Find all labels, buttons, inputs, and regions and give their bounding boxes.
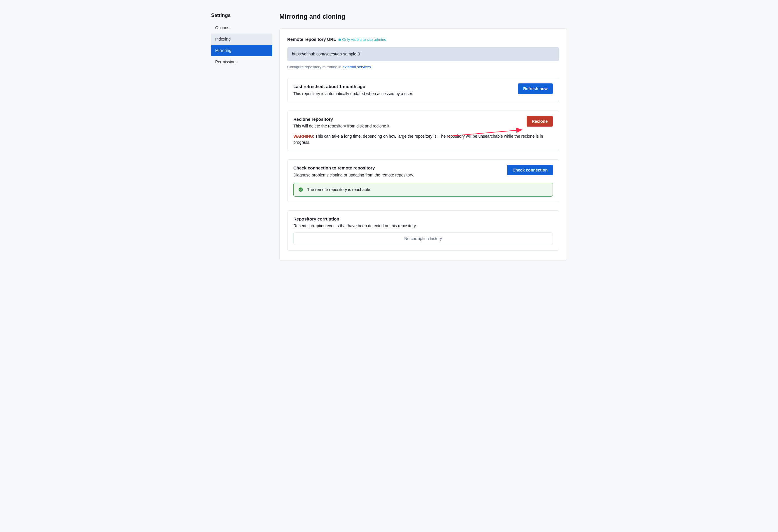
- config-hint: Configure repository mirroring in extern…: [287, 64, 559, 70]
- connection-success-text: The remote repository is reachable.: [307, 187, 371, 193]
- connection-success-alert: The remote repository is reachable.: [293, 183, 553, 197]
- reclone-warning: WARNING: This can take a long time, depe…: [293, 133, 553, 146]
- reclone-button[interactable]: Reclone: [527, 116, 553, 127]
- corruption-card: Repository corruption Recent corruption …: [287, 210, 559, 251]
- check-connection-card: Check connection to remote repository Di…: [287, 159, 559, 202]
- admin-only-badge: Only visible to site admins: [338, 37, 386, 43]
- warning-text: : This can take a long time, depending o…: [293, 134, 543, 145]
- corruption-title: Repository corruption: [293, 216, 553, 223]
- lock-icon: [338, 37, 341, 41]
- config-hint-suffix: .: [371, 65, 372, 69]
- refresh-now-button[interactable]: Refresh now: [518, 83, 553, 94]
- main-content: Mirroring and cloning Remote repository …: [279, 12, 567, 261]
- check-circle-icon: [298, 187, 303, 192]
- page-title: Mirroring and cloning: [279, 12, 567, 21]
- sidebar-item-indexing[interactable]: Indexing: [211, 33, 273, 45]
- check-title: Check connection to remote repository: [293, 165, 501, 171]
- remote-url-section: Remote repository URL Only visible to si…: [287, 36, 559, 70]
- admin-only-text: Only visible to site admins: [342, 37, 386, 43]
- sidebar-item-options[interactable]: Options: [211, 22, 273, 33]
- check-connection-button[interactable]: Check connection: [507, 165, 553, 175]
- reclone-title: Reclone repository: [293, 116, 521, 123]
- check-desc: Diagnose problems cloning or updating fr…: [293, 172, 501, 178]
- sidebar-item-permissions[interactable]: Permissions: [211, 56, 273, 68]
- mirroring-panel: Remote repository URL Only visible to si…: [279, 28, 567, 261]
- refresh-title: Last refreshed: about 1 month ago: [293, 83, 512, 90]
- corruption-desc: Recent corruption events that have been …: [293, 223, 553, 229]
- warning-label: WARNING: [293, 134, 313, 139]
- reclone-card: Reclone repository This will delete the …: [287, 110, 559, 151]
- settings-sidebar: Settings Options Indexing Mirroring Perm…: [211, 12, 273, 261]
- reclone-desc: This will delete the repository from dis…: [293, 123, 521, 129]
- sidebar-item-mirroring[interactable]: Mirroring: [211, 45, 273, 56]
- remote-url-heading: Remote repository URL: [287, 36, 336, 43]
- remote-url-value[interactable]: https://github.com/sgtest/go-sample-0: [287, 47, 559, 61]
- config-hint-prefix: Configure repository mirroring in: [287, 65, 342, 69]
- external-services-link[interactable]: external services: [342, 65, 371, 69]
- corruption-empty: No corruption history: [293, 232, 553, 245]
- refresh-desc: This repository is automatically updated…: [293, 91, 512, 97]
- sidebar-title: Settings: [211, 12, 273, 19]
- refresh-card: Last refreshed: about 1 month ago This r…: [287, 78, 559, 102]
